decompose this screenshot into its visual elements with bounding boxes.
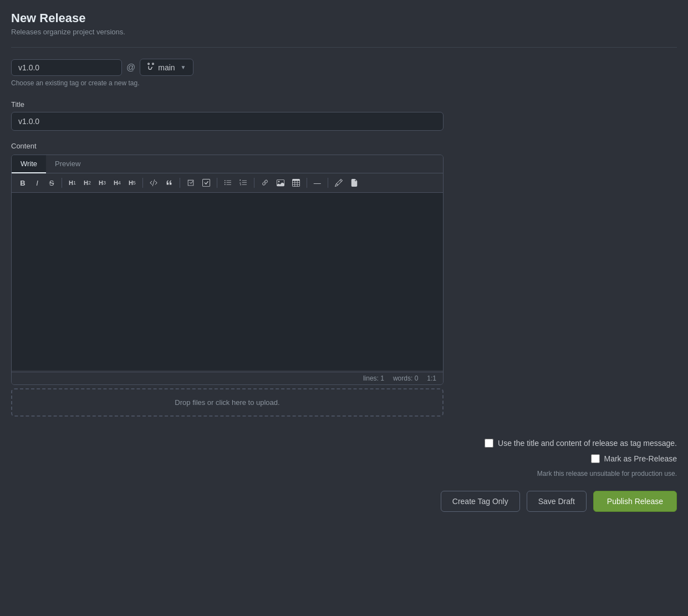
toolbar-sep-5 (254, 178, 254, 188)
lines-count: lines: 1 (363, 374, 384, 382)
create-tag-only-button[interactable]: Create Tag Only (441, 491, 520, 512)
pre-release-label[interactable]: Mark as Pre-Release (604, 454, 677, 463)
link-button[interactable] (258, 177, 272, 189)
section-divider (11, 47, 677, 48)
tab-preview[interactable]: Preview (46, 155, 89, 173)
h4-button[interactable]: H4 (110, 178, 124, 188)
h2-button[interactable]: H2 (80, 178, 94, 188)
quote-button[interactable] (162, 177, 176, 189)
tag-input[interactable] (11, 59, 122, 76)
h5-button[interactable]: H5 (125, 178, 139, 188)
at-symbol: @ (126, 63, 135, 73)
chevron-down-icon: ▼ (181, 64, 186, 70)
italic-button[interactable]: I (30, 177, 44, 189)
h3-button[interactable]: H3 (95, 178, 109, 188)
bold-button[interactable]: B (16, 177, 29, 189)
tag-hint: Choose an existing tag or create a new t… (11, 79, 677, 87)
toolbar-sep-4 (217, 178, 217, 188)
pre-release-hint: Mark this release unsuitable for product… (537, 470, 677, 478)
editor-statusbar: lines: 1 words: 0 1:1 (12, 372, 443, 384)
tag-message-label[interactable]: Use the title and content of release as … (498, 439, 677, 448)
checkbox-button[interactable] (184, 177, 198, 189)
editor-toolbar: B I S H1 H2 H3 H4 H5 (12, 173, 443, 193)
checked-checkbox-button[interactable] (199, 177, 213, 189)
ordered-list-button[interactable] (236, 177, 251, 189)
words-count: words: 0 (393, 374, 418, 382)
tag-message-checkbox[interactable] (485, 439, 493, 448)
action-buttons: Create Tag Only Save Draft Publish Relea… (11, 491, 677, 512)
drop-zone[interactable]: Drop files or click here to upload. (11, 388, 444, 417)
pencil-button[interactable] (332, 177, 346, 189)
pre-release-row: Mark as Pre-Release (591, 454, 677, 463)
toolbar-sep-7 (328, 178, 328, 188)
branch-selector[interactable]: main ▼ (140, 59, 193, 76)
title-label: Title (11, 100, 677, 109)
tab-write[interactable]: Write (12, 155, 46, 173)
table-button[interactable] (289, 177, 303, 189)
branch-name: main (158, 63, 175, 72)
title-input[interactable] (11, 112, 444, 131)
hr-button[interactable]: — (310, 177, 324, 189)
toolbar-sep-6 (307, 178, 307, 188)
save-draft-button[interactable]: Save Draft (527, 491, 587, 512)
tag-row: @ main ▼ (11, 59, 677, 76)
page-title: New Release (11, 11, 677, 25)
code-button[interactable] (146, 177, 161, 189)
editor-textarea[interactable] (12, 193, 443, 370)
unordered-list-button[interactable] (221, 177, 235, 189)
h1-button[interactable]: H1 (65, 178, 79, 188)
page-subtitle: Releases organize project versions. (11, 28, 677, 36)
editor-tabs: Write Preview (12, 155, 443, 173)
toolbar-sep-2 (142, 178, 143, 188)
options-section: Use the title and content of release as … (11, 439, 677, 478)
toolbar-sep-3 (180, 178, 180, 188)
publish-release-button[interactable]: Publish Release (593, 491, 677, 512)
content-label: Content (11, 142, 677, 150)
strikethrough-button[interactable]: S (45, 177, 58, 189)
toolbar-sep-1 (62, 178, 62, 188)
file-button[interactable] (347, 177, 361, 189)
branch-icon (147, 63, 155, 72)
cursor-position: 1:1 (427, 374, 436, 382)
tag-message-row: Use the title and content of release as … (485, 439, 677, 448)
pre-release-checkbox[interactable] (591, 454, 600, 463)
image-button[interactable] (273, 177, 288, 189)
editor-container: Write Preview B I S H1 H2 H3 H4 H5 (11, 155, 444, 385)
